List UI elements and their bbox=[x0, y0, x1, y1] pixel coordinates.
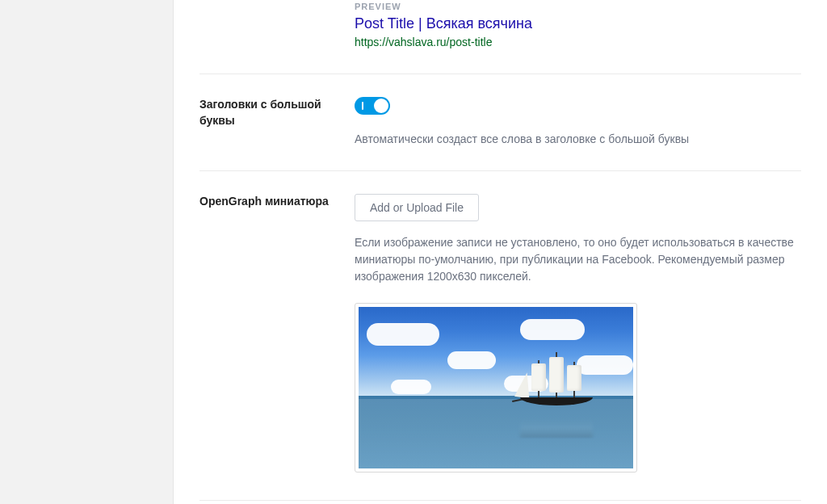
og-thumb-helper: Если изображение записи не установлено, … bbox=[355, 234, 801, 285]
toggle-knob bbox=[374, 99, 388, 113]
preview-title-link[interactable]: Post Title | Всякая всячина bbox=[355, 15, 801, 33]
settings-panel: PREVIEW Post Title | Всякая всячина http… bbox=[173, 0, 827, 504]
capitalize-helper: Автоматически создаст все слова в заголо… bbox=[355, 131, 801, 148]
divider bbox=[199, 170, 801, 171]
preview-label-col bbox=[199, 2, 355, 51]
divider bbox=[199, 500, 801, 501]
preview-heading: PREVIEW bbox=[355, 2, 801, 11]
upload-file-button[interactable]: Add or Upload File bbox=[355, 194, 479, 221]
og-thumb-label: OpenGraph миниатюра bbox=[199, 194, 355, 472]
toggle-on-icon bbox=[362, 102, 363, 110]
thumbnail-preview[interactable] bbox=[355, 303, 637, 472]
divider bbox=[199, 74, 801, 74]
capitalize-label: Заголовки с большой буквы bbox=[199, 97, 355, 148]
thumbnail-image bbox=[359, 307, 633, 468]
preview-url: https://vahslava.ru/post-title bbox=[355, 35, 801, 51]
capitalize-toggle[interactable] bbox=[355, 97, 390, 115]
